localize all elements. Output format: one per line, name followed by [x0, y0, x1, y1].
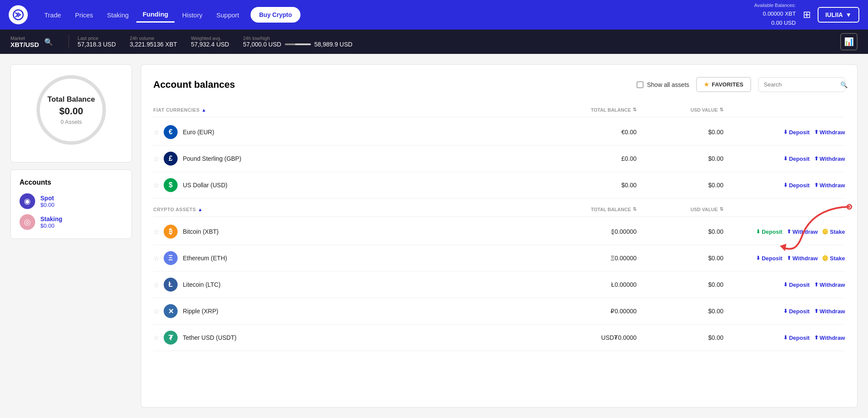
- usd-deposit-link[interactable]: ⬇ Deposit: [783, 182, 810, 189]
- volume-stat: 24h volume 3,221.95136 XBT: [130, 36, 177, 48]
- volume-label: 24h volume: [130, 36, 177, 41]
- euro-usd: $0.00: [637, 129, 723, 136]
- table-row: ☆ € Euro (EUR) €0.00 $0.00 ⬇ Deposit ⬆ W…: [153, 119, 845, 146]
- grid-icon[interactable]: ⊞: [803, 9, 811, 20]
- search-box: 🔍: [758, 77, 845, 92]
- euro-withdraw-link[interactable]: ⬆ Withdraw: [814, 129, 845, 136]
- buy-crypto-button[interactable]: Buy Crypto: [251, 7, 300, 23]
- last-price-label: Last price: [78, 36, 116, 41]
- balance-sort-icon[interactable]: ⇅: [633, 107, 637, 113]
- show-all-assets-control: Show all assets: [637, 81, 689, 88]
- eth-withdraw-link[interactable]: ⬆ Withdraw: [787, 255, 818, 262]
- high-value: 58,989.9 USD: [314, 41, 353, 48]
- xrp-deposit-link[interactable]: ⬇ Deposit: [783, 308, 810, 315]
- usdt-withdraw-link[interactable]: ⬆ Withdraw: [814, 335, 845, 341]
- nav-history[interactable]: History: [176, 8, 209, 22]
- weighted-label: Weighted avg.: [191, 36, 229, 41]
- deposit-icon: ⬇: [783, 129, 788, 135]
- usdt-name: Tether USD (USDT): [183, 334, 550, 341]
- ltc-actions: ⬇ Deposit ⬆ Withdraw: [723, 282, 845, 288]
- usd-name: US Dollar (USD): [183, 182, 550, 189]
- assets-count: 0 Assets: [60, 119, 82, 125]
- favorites-button[interactable]: ★ FAVORITES: [696, 77, 751, 92]
- favorites-label: FAVORITES: [712, 81, 743, 88]
- euro-star-button[interactable]: ☆: [153, 128, 159, 136]
- deposit-icon: ⬇: [756, 255, 760, 261]
- market-search-icon[interactable]: 🔍: [44, 38, 53, 46]
- nav-funding[interactable]: Funding: [136, 7, 174, 23]
- btc-deposit-link[interactable]: ⬇ Deposit: [756, 229, 782, 235]
- crypto-sort-icon[interactable]: ▲: [198, 207, 202, 212]
- table-row: ☆ Ł Litecoin (LTC) Ł0.00000 $0.00 ⬇ Depo…: [153, 272, 845, 298]
- accounts-title: Accounts: [20, 179, 123, 186]
- table-row: ☆ ✕ Ripple (XRP) ₽0.00000 $0.00 ⬇ Deposi…: [153, 298, 845, 325]
- nav-staking[interactable]: Staking: [101, 8, 135, 22]
- euro-balance: €0.00: [550, 129, 637, 136]
- spot-icon: ◉: [20, 193, 35, 209]
- usdt-star-button[interactable]: ☆: [153, 334, 159, 342]
- ltc-deposit-link[interactable]: ⬇ Deposit: [783, 282, 810, 288]
- usd-sort-icon-2[interactable]: ⇅: [719, 206, 723, 212]
- usdt-deposit-link[interactable]: ⬇ Deposit: [783, 335, 810, 341]
- gbp-deposit-link[interactable]: ⬇ Deposit: [783, 156, 810, 162]
- withdraw-icon: ⬆: [814, 129, 818, 135]
- euro-deposit-link[interactable]: ⬇ Deposit: [783, 129, 810, 136]
- show-all-checkbox[interactable]: [637, 81, 644, 88]
- staking-info: Staking $0.00: [40, 216, 63, 229]
- withdraw-icon: ⬆: [787, 229, 791, 235]
- nav-prices[interactable]: Prices: [69, 8, 99, 22]
- withdraw-icon: ⬆: [814, 335, 818, 341]
- btc-stake-link[interactable]: 🪙 Stake: [822, 229, 845, 235]
- gbp-star-button[interactable]: ☆: [153, 155, 159, 163]
- star-icon: ★: [704, 81, 709, 88]
- ltc-withdraw-link[interactable]: ⬆ Withdraw: [814, 282, 845, 288]
- ltc-icon: Ł: [164, 278, 178, 292]
- table-row: ☆ ₿ Bitcoin (XBT) ₿0.00000 $0.00 ⬇ Depos…: [153, 219, 845, 245]
- euro-actions: ⬇ Deposit ⬆ Withdraw: [723, 129, 845, 136]
- ltc-star-button[interactable]: ☆: [153, 281, 159, 289]
- eth-stake-link[interactable]: 🪙 Stake: [822, 255, 845, 262]
- xrp-name: Ripple (XRP): [183, 308, 550, 315]
- xrp-withdraw-link[interactable]: ⬆ Withdraw: [814, 308, 845, 315]
- usdt-icon: ₮: [164, 331, 178, 345]
- btc-balance: ₿0.00000: [550, 228, 637, 235]
- search-input[interactable]: [764, 81, 837, 88]
- gbp-balance: £0.00: [550, 155, 637, 162]
- usd-star-button[interactable]: ☆: [153, 181, 159, 189]
- eth-deposit-link[interactable]: ⬇ Deposit: [756, 255, 782, 262]
- eth-star-button[interactable]: ☆: [153, 254, 159, 262]
- xrp-balance: ₽0.00000: [550, 308, 637, 315]
- nav-trade[interactable]: Trade: [38, 8, 67, 22]
- market-symbol[interactable]: XBT/USD: [10, 41, 39, 48]
- deposit-icon: ⬇: [783, 282, 788, 288]
- col-usd-header-2: USD value ⇅: [637, 206, 723, 212]
- fiat-section-label: FIAT CURRENCIES ▲: [153, 107, 550, 113]
- volume-value: 3,221.95136 XBT: [130, 41, 177, 48]
- accounts-section: Accounts ◉ Spot $0.00 ◎ Staking $0.00: [10, 169, 132, 239]
- staking-name: Staking: [40, 216, 63, 222]
- balance-usd: 0.00 USD: [754, 19, 796, 28]
- balance-sort-icon-2[interactable]: ⇅: [633, 206, 637, 212]
- balance-xbt: 0.00000 XBT: [754, 10, 796, 19]
- lowhigh-label: 24h low/high: [243, 36, 353, 41]
- total-balance-label: Total Balance: [47, 95, 95, 104]
- fiat-sort-icon[interactable]: ▲: [201, 107, 206, 113]
- gbp-withdraw-link[interactable]: ⬆ Withdraw: [814, 156, 845, 162]
- account-staking[interactable]: ◎ Staking $0.00: [20, 214, 123, 230]
- table-row: ☆ ₮ Tether USD (USDT) USD₮0.0000 $0.00 ⬇…: [153, 325, 845, 351]
- btc-name: Bitcoin (XBT): [183, 228, 550, 235]
- account-spot[interactable]: ◉ Spot $0.00: [20, 193, 123, 209]
- nav-support[interactable]: Support: [210, 8, 245, 22]
- xrp-star-button[interactable]: ☆: [153, 307, 159, 315]
- usd-sort-icon[interactable]: ⇅: [719, 107, 723, 113]
- logo[interactable]: [9, 5, 28, 24]
- deposit-icon: ⬇: [783, 335, 788, 341]
- panel-title: Account balances: [153, 79, 630, 90]
- btc-withdraw-link[interactable]: ⬆ Withdraw: [787, 229, 818, 235]
- usd-withdraw-link[interactable]: ⬆ Withdraw: [814, 182, 845, 189]
- weighted-stat: Weighted avg. 57,932.4 USD: [191, 36, 229, 48]
- chart-button[interactable]: 📊: [840, 33, 858, 50]
- main-content: Total Balance $0.00 0 Assets Accounts ◉ …: [0, 54, 868, 418]
- user-account-button[interactable]: IULIIA ▼: [818, 7, 859, 23]
- btc-star-button[interactable]: ☆: [153, 228, 159, 236]
